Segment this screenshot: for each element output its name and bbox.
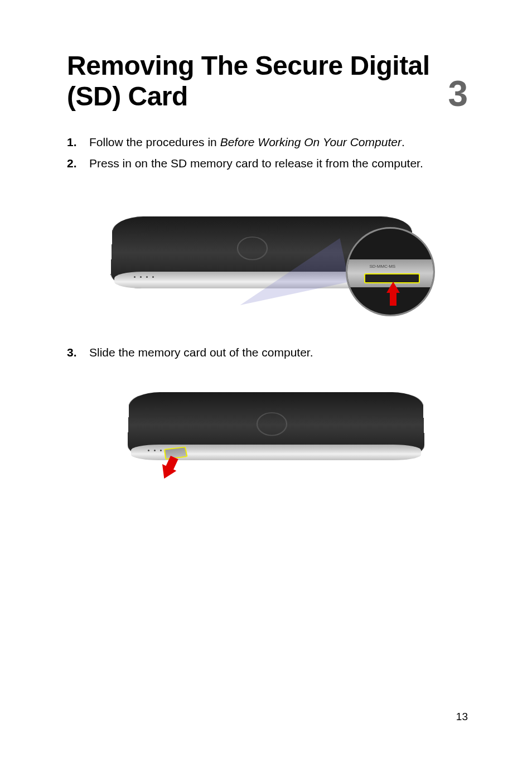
step-text: Follow the procedures in Before Working … — [89, 134, 468, 150]
zoom-detail-circle-icon: SD·MMC·MS — [346, 227, 435, 316]
chapter-title: Removing The Secure Digital (SD) Card — [67, 50, 437, 112]
indicator-dot-icon — [148, 450, 149, 451]
indicator-dot-icon — [152, 276, 154, 278]
step-suffix: . — [402, 136, 405, 148]
laptop-sd-slide-figure — [112, 392, 424, 486]
indicator-dot-icon — [160, 450, 162, 451]
figure-1-container: SD·MMC·MS — [67, 194, 468, 316]
step-3: 3. Slide the memory card out of the comp… — [67, 344, 468, 360]
indicator-dot-icon — [134, 276, 136, 278]
step-number: 3. — [67, 344, 89, 360]
figure-2-container — [67, 392, 468, 486]
status-indicators-icon — [134, 276, 154, 278]
step-2: 2. Press in on the SD memory card to rel… — [67, 155, 468, 171]
page-number: 13 — [456, 711, 468, 723]
step-number: 1. — [67, 134, 89, 150]
procedure-steps-continued: 3. Slide the memory card out of the comp… — [67, 344, 468, 360]
step-1: 1. Follow the procedures in Before Worki… — [67, 134, 468, 150]
indicator-dot-icon — [146, 276, 148, 278]
step-text: Slide the memory card out of the compute… — [89, 344, 468, 360]
indicator-dot-icon — [154, 450, 156, 451]
sd-slot-label: SD·MMC·MS — [370, 264, 396, 269]
indicator-dot-icon — [140, 276, 142, 278]
step-prefix: Follow the procedures in — [89, 136, 220, 148]
step-number: 2. — [67, 155, 89, 171]
press-arrow-head-icon — [386, 282, 400, 293]
procedure-steps: 1. Follow the procedures in Before Worki… — [67, 134, 468, 171]
chapter-number: 3 — [448, 76, 468, 112]
laptop-logo-icon — [255, 412, 287, 436]
step-italic-ref: Before Working On Your Computer — [220, 136, 402, 148]
press-arrow-stem-icon — [390, 292, 396, 306]
laptop-sd-press-figure: SD·MMC·MS — [112, 194, 424, 316]
step-text: Press in on the SD memory card to releas… — [89, 155, 468, 171]
chapter-header: Removing The Secure Digital (SD) Card 3 — [67, 50, 468, 112]
